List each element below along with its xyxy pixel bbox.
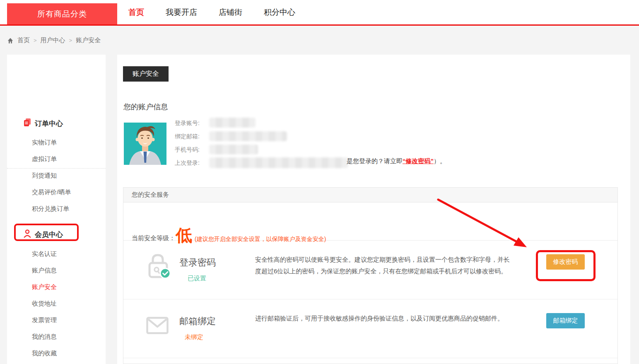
security-services-header: 您的安全服务 xyxy=(123,188,617,202)
nav-item-home[interactable]: 首页 xyxy=(128,7,144,18)
sidebar-section-title: 会员中心 xyxy=(35,230,63,239)
page-title-badge: 账户安全 xyxy=(123,66,169,82)
member-icon xyxy=(24,229,31,240)
account-info-title: 您的账户信息 xyxy=(123,102,168,112)
service-row-email-binding: 邮箱绑定 未绑定 进行邮箱验证后，可用于接收敏感操作的身份验证信息，以及订阅更优… xyxy=(123,299,617,358)
sidebar-item-my-messages[interactable]: 我的消息 xyxy=(32,332,57,341)
sidebar-item-invoice-management[interactable]: 发票管理 xyxy=(32,316,57,325)
email-binding-status: 未绑定 xyxy=(185,333,203,341)
change-password-link[interactable]: “修改密码” xyxy=(403,157,434,164)
sidebar-section-title: 订单中心 xyxy=(35,119,63,128)
breadcrumb-user-center[interactable]: 用户中心 xyxy=(41,36,65,44)
sidebar-item-account-security[interactable]: 账户安全 xyxy=(32,282,57,292)
sidebar-item-reviews[interactable]: 交易评价/晒单 xyxy=(32,188,71,197)
main-content-panel: 账户安全 您的账户信息 登录账号: 绑定邮箱: 手机号码: 上次登录: 是您登录 xyxy=(117,55,630,364)
bound-email-value-redacted xyxy=(209,131,287,141)
email-binding-description: 进行邮箱验证后，可用于接收敏感操作的身份验证信息，以及订阅更优惠商品的促销邮件。 xyxy=(255,313,510,324)
security-services-title: 您的安全服务 xyxy=(132,191,169,199)
main-nav: 首页 我要开店 店铺街 积分中心 xyxy=(128,0,295,24)
mobile-number-label: 手机号码: xyxy=(175,145,200,154)
change-password-button[interactable]: 修改密码 xyxy=(546,254,585,270)
login-account-label: 登录账号: xyxy=(175,119,200,127)
all-categories-button[interactable]: 所有商品分类 xyxy=(7,3,117,24)
nav-item-points-center[interactable]: 积分中心 xyxy=(264,7,295,18)
lock-icon xyxy=(146,252,172,281)
email-binding-button[interactable]: 邮箱绑定 xyxy=(546,313,585,328)
sidebar-item-points-orders[interactable]: 积分兑换订单 xyxy=(32,204,69,213)
nav-item-open-shop[interactable]: 我要开店 xyxy=(166,7,197,18)
last-login-value-redacted xyxy=(209,157,348,168)
login-password-description: 安全性高的密码可以使账号更安全。建议您定期更换密码，且设置一个包含数字和字母，并… xyxy=(255,254,510,277)
last-login-label: 上次登录: xyxy=(175,159,200,167)
security-level-row: 当前安全等级： 低 (建议您开启全部安全设置，以保障账户及资金安全) xyxy=(123,202,617,241)
breadcrumb-account-security: 账户安全 xyxy=(76,36,101,44)
sidebar-section-order-center: 订单中心 xyxy=(24,119,63,128)
avatar xyxy=(124,123,166,165)
nav-item-shop-street[interactable]: 店铺街 xyxy=(219,7,242,18)
last-login-note: 是您登录的？请立即“修改密码”）。 xyxy=(347,157,446,165)
sidebar-item-my-favorites[interactable]: 我的收藏 xyxy=(32,349,57,358)
breadcrumb-separator: > xyxy=(69,37,72,43)
sidebar-item-shipping-address[interactable]: 收货地址 xyxy=(32,299,57,308)
sidebar-section-member-center: 会员中心 xyxy=(24,230,63,239)
service-name-email-binding: 邮箱绑定 xyxy=(179,315,216,328)
sidebar-item-physical-orders[interactable]: 实物订单 xyxy=(32,138,57,147)
mail-icon xyxy=(146,317,169,336)
sidebar-item-real-name-auth[interactable]: 实名认证 xyxy=(32,249,57,258)
breadcrumb: 首页 > 用户中心 > 账户安全 xyxy=(7,36,101,44)
sidebar-divider xyxy=(7,168,106,169)
service-row-login-password: 登录密码 已设置 安全性高的密码可以使账号更安全。建议您定期更换密码，且设置一个… xyxy=(123,241,617,299)
sidebar: 订单中心 实物订单 虚拟订单 到货通知 交易评价/晒单 积分兑换订单 会员中心 … xyxy=(7,55,106,364)
breadcrumb-separator: > xyxy=(34,37,37,43)
sidebar-item-arrival-notice[interactable]: 到货通知 xyxy=(32,171,57,180)
last-login-note-prefix: 是您登录的？请立即 xyxy=(347,157,403,164)
order-icon xyxy=(24,118,31,129)
last-login-note-suffix: ）。 xyxy=(434,157,446,164)
login-account-value-redacted xyxy=(209,118,256,128)
breadcrumb-home[interactable]: 首页 xyxy=(17,36,30,44)
home-icon xyxy=(7,37,14,44)
service-name-login-password: 登录密码 xyxy=(179,256,216,269)
sidebar-item-virtual-orders[interactable]: 虚拟订单 xyxy=(32,154,57,164)
bound-email-label: 绑定邮箱: xyxy=(175,132,200,140)
mobile-number-value-redacted xyxy=(209,145,258,154)
sidebar-item-account-info[interactable]: 账户信息 xyxy=(32,266,57,275)
security-services-box: 您的安全服务 当前安全等级： 低 (建议您开启全部安全设置，以保障账户及资金安全… xyxy=(123,187,618,364)
login-password-status: 已设置 xyxy=(188,275,206,282)
